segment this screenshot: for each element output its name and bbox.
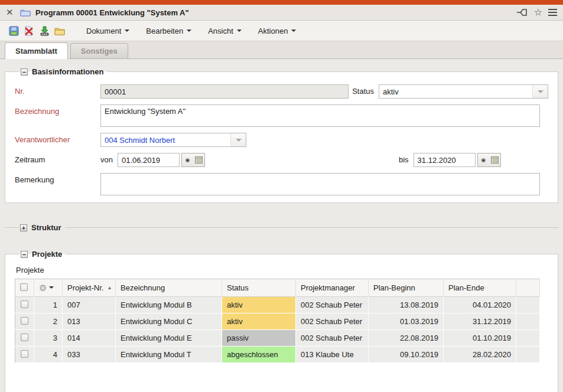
close-icon[interactable]: ✕: [6, 7, 18, 18]
pin-icon[interactable]: [517, 8, 528, 17]
column-header-status[interactable]: Status: [222, 279, 296, 297]
collapse-icon[interactable]: −: [21, 68, 28, 76]
row-checkbox[interactable]: [21, 317, 28, 325]
gear-menu-button[interactable]: ⚙: [39, 283, 54, 292]
menu-bearbeiten[interactable]: Bearbeiten: [140, 24, 197, 38]
import-button[interactable]: [37, 23, 52, 38]
row-checkbox-cell: [15, 313, 34, 330]
column-header-projektmanager[interactable]: Projektmanager: [296, 279, 369, 297]
row-checkbox-cell: [15, 347, 34, 363]
toolbar: Dokument Bearbeiten Ansicht Aktionen: [0, 21, 563, 41]
row-nr: Nr. Status aktiv: [15, 84, 548, 99]
gear-icon: ⚙: [39, 283, 47, 292]
von-label: von: [100, 153, 113, 164]
column-header-bezeichnung[interactable]: Bezeichnung: [116, 279, 222, 297]
column-header-empty: [516, 279, 540, 297]
bemerkung-label: Bemerkung: [15, 173, 100, 184]
menu-aktionen[interactable]: Aktionen: [252, 24, 302, 38]
open-folder-button[interactable]: [52, 23, 67, 38]
status-select[interactable]: aktiv: [379, 84, 548, 99]
bis-label: bis: [399, 153, 409, 164]
table-row: 2013Entwicklung Modul Caktiv002 Schaub P…: [15, 313, 540, 330]
nr-label: Nr.: [15, 84, 100, 96]
collapse-icon[interactable]: −: [21, 251, 28, 258]
cell-projektmanager: 002 Schaub Peter: [296, 297, 369, 313]
row-number-link[interactable]: 4: [34, 347, 63, 363]
tab-stammblatt[interactable]: Stammblatt: [5, 43, 68, 59]
cell-bezeichnung: Entwicklung Modul C: [116, 313, 222, 330]
section-basisinformationen-header: − Basisinformationen: [19, 67, 107, 76]
row-bezeichnung: Bezeichnung Entwicklung "System A": [15, 104, 548, 127]
von-date-buttons: ◉: [181, 153, 205, 167]
row-number-link[interactable]: 1: [34, 297, 63, 313]
save-button[interactable]: [6, 23, 21, 38]
row-verantwortlicher: Verantwortlicher 004 Schmidt Norbert: [15, 133, 548, 147]
column-header-plan-beginn[interactable]: Plan-Beginn: [369, 279, 444, 297]
bemerkung-field[interactable]: [100, 173, 540, 195]
menu-ansicht-label: Ansicht: [208, 27, 233, 35]
cell-projekt-nr: 033: [63, 347, 116, 363]
von-date-field[interactable]: [118, 153, 180, 167]
chevron-down-icon[interactable]: [532, 85, 548, 98]
accent-strip: [0, 0, 563, 5]
projekte-table-body: 1007Entwicklung Modul Baktiv002 Schaub P…: [15, 297, 540, 363]
star-icon[interactable]: ☆: [534, 8, 542, 17]
section-projekte-header: − Projekte: [19, 250, 66, 259]
document-folder-icon: [20, 8, 31, 17]
cell-bezeichnung: Entwicklung Modul E: [116, 330, 222, 347]
cell-plan-beginn: 09.10.2019: [369, 347, 444, 363]
bis-date-field[interactable]: [414, 153, 476, 167]
select-all-checkbox[interactable]: [20, 283, 28, 291]
content-area: − Basisinformationen Nr. Status aktiv Be…: [0, 59, 563, 392]
cell-status: abgeschlossen: [222, 347, 296, 363]
von-date-group: ◉: [118, 153, 205, 167]
tab-sonstiges[interactable]: Sonstiges: [70, 43, 128, 58]
calendar-icon[interactable]: [489, 153, 500, 166]
cell-empty: [516, 330, 540, 347]
row-checkbox[interactable]: [21, 300, 28, 308]
cell-plan-ende: 04.01.2020: [444, 297, 516, 313]
table-settings-header: ⚙: [34, 279, 63, 297]
cell-projektmanager: 002 Schaub Peter: [296, 313, 369, 330]
table-row: 3014Entwicklung Modul Epassiv002 Schaub …: [15, 330, 540, 347]
today-dot-icon[interactable]: ◉: [182, 153, 193, 166]
verantwortlicher-select[interactable]: 004 Schmidt Norbert: [100, 133, 246, 147]
chevron-down-icon: [291, 30, 296, 32]
row-number-link[interactable]: 2: [34, 313, 63, 330]
column-header-plan-ende[interactable]: Plan-Ende: [444, 279, 516, 297]
row-checkbox-cell: [15, 297, 34, 313]
projekte-list-label: Projekte: [16, 266, 548, 275]
cell-empty: [516, 347, 540, 363]
status-value: aktiv: [379, 87, 532, 96]
table-row: 4033Entwicklung Modul Tabgeschlossen013 …: [15, 347, 540, 363]
chevron-down-icon: [237, 30, 242, 32]
row-number-link[interactable]: 3: [34, 330, 63, 347]
row-checkbox[interactable]: [21, 334, 28, 341]
cell-projekt-nr: 013: [63, 313, 116, 330]
menu-dokument-label: Dokument: [86, 27, 121, 35]
cell-projektmanager: 013 Klaube Ute: [296, 347, 369, 363]
status-group: Status aktiv: [352, 84, 548, 99]
column-header-projekt-nr[interactable]: Projekt-Nr.▲: [63, 279, 116, 297]
menu-icon[interactable]: [548, 9, 557, 16]
expand-icon[interactable]: +: [20, 224, 27, 231]
menu-ansicht[interactable]: Ansicht: [202, 24, 248, 38]
discard-button[interactable]: [21, 23, 37, 38]
sort-asc-icon: ▲: [107, 285, 112, 290]
row-bemerkung: Bemerkung: [15, 173, 548, 195]
cell-projekt-nr: 014: [63, 330, 116, 347]
zeitraum-label: Zeitraum: [15, 153, 100, 164]
chevron-down-icon[interactable]: [230, 133, 246, 146]
select-all-header: [15, 279, 34, 297]
title-bar: ✕ Programm 00001 Entwicklung "System A" …: [0, 5, 563, 21]
titlebar-actions: ☆: [517, 8, 557, 17]
row-checkbox[interactable]: [21, 350, 28, 358]
nr-field[interactable]: [100, 84, 349, 99]
cell-plan-ende: 31.12.2019: [444, 313, 516, 330]
today-dot-icon[interactable]: ◉: [478, 153, 489, 166]
menu-dokument[interactable]: Dokument: [80, 24, 135, 38]
calendar-icon[interactable]: [193, 153, 204, 166]
section-basisinformationen: − Basisinformationen Nr. Status aktiv Be…: [5, 67, 558, 203]
bezeichnung-field[interactable]: Entwicklung "System A": [100, 104, 540, 127]
status-label: Status: [352, 84, 374, 96]
